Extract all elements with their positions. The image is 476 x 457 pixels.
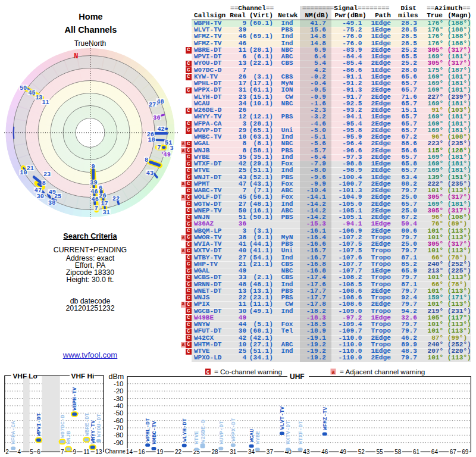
- svg-text:WUVP-DT: WUVP-DT: [218, 421, 225, 444]
- svg-text:= Adjacent channel warning: = Adjacent channel warning: [340, 368, 425, 375]
- svg-text:-70: -70: [114, 424, 124, 431]
- svg-text:4: 4: [18, 449, 21, 455]
- svg-text:UHF: UHF: [290, 373, 305, 381]
- svg-text:58: 58: [394, 449, 402, 455]
- svg-text:WTXF-DT: WTXF-DT: [298, 421, 304, 444]
- svg-text:-90: -90: [114, 439, 124, 446]
- svg-text:11: 11: [83, 449, 90, 455]
- svg-text:43: 43: [303, 449, 310, 455]
- svg-text:5: 5: [30, 449, 33, 455]
- svg-text:dBm: dBm: [109, 373, 124, 381]
- svg-text:-20: -20: [114, 387, 124, 395]
- svg-text:7: 7: [61, 449, 64, 455]
- svg-text:WMBC-TV: WMBC-TV: [151, 421, 158, 444]
- svg-text:W26DE-D: W26DE-D: [200, 420, 206, 443]
- svg-text:6: 6: [37, 449, 40, 455]
- svg-text:52: 52: [358, 449, 365, 455]
- svg-text:WPPX-DT: WPPX-DT: [230, 418, 237, 441]
- svg-text:67: 67: [450, 449, 457, 455]
- svg-text:WFMZ-TV: WFMZ-TV: [322, 406, 328, 430]
- svg-text:-40: -40: [114, 402, 124, 409]
- svg-text:19: 19: [156, 449, 164, 455]
- svg-text:WYBE: WYBE: [255, 431, 261, 445]
- svg-text:-60: -60: [114, 417, 124, 424]
- svg-text:WBPH-TV: WBPH-TV: [71, 387, 78, 410]
- svg-text:55: 55: [377, 449, 384, 455]
- svg-text:-80: -80: [114, 431, 124, 439]
- svg-text:37: 37: [267, 449, 274, 455]
- svg-text:a: a: [331, 370, 335, 375]
- svg-text:Channel: Channel: [105, 448, 127, 455]
- svg-text:13: 13: [95, 449, 102, 455]
- svg-text:16: 16: [138, 449, 145, 455]
- svg-text:69: 69: [462, 449, 469, 455]
- svg-text:22: 22: [175, 449, 182, 455]
- svg-text:WNJB: WNJB: [65, 431, 72, 445]
- svg-text:31: 31: [230, 449, 237, 455]
- svg-text:64: 64: [431, 449, 439, 455]
- svg-text:9: 9: [73, 449, 76, 455]
- svg-text:14: 14: [126, 449, 133, 455]
- svg-text:VHF Hi: VHF Hi: [71, 372, 95, 380]
- svg-text:VHF Lo: VHF Lo: [13, 372, 37, 380]
- svg-text:C: C: [206, 370, 210, 375]
- svg-text:-30: -30: [114, 395, 124, 402]
- svg-text:WLYH-DT: WLYH-DT: [181, 418, 188, 442]
- svg-text:-10: -10: [114, 380, 124, 387]
- svg-text:= Co-channel warning: = Co-channel warning: [214, 368, 282, 375]
- svg-text:28: 28: [211, 449, 218, 455]
- svg-text:49: 49: [340, 449, 347, 455]
- svg-text:46: 46: [321, 449, 328, 455]
- svg-text:2: 2: [5, 449, 9, 455]
- svg-text:34: 34: [248, 449, 255, 455]
- svg-text:WYOU-DT: WYOU-DT: [96, 414, 102, 437]
- svg-text:61: 61: [413, 449, 420, 455]
- svg-text:WFPA-CA: WFPA-CA: [10, 421, 17, 444]
- svg-text:WXTV-DT: WXTV-DT: [285, 421, 292, 444]
- svg-text:WPVI-DT: WPVI-DT: [36, 413, 42, 436]
- svg-text:-50: -50: [114, 409, 124, 417]
